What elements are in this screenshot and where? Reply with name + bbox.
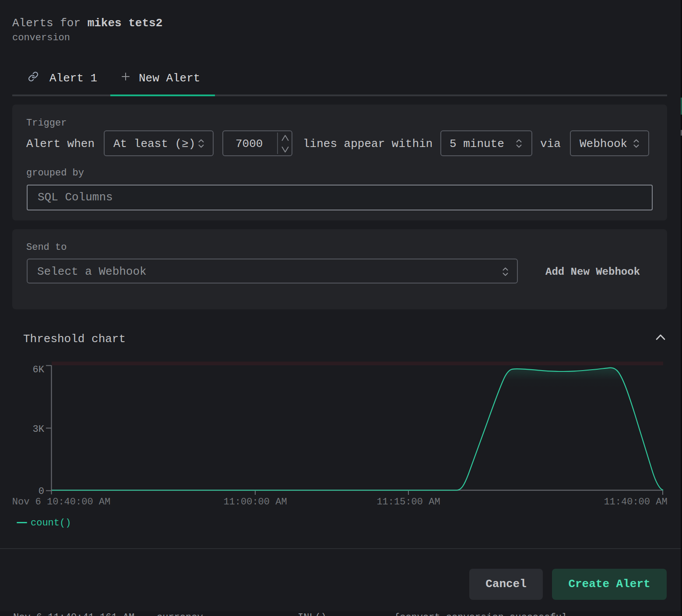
svg-text:0: 0 (39, 486, 44, 497)
svg-text:6K: 6K (33, 364, 45, 375)
svg-text:3K: 3K (33, 424, 45, 435)
svg-text:11:15:00 AM: 11:15:00 AM (376, 497, 440, 508)
svg-text:Nov 6 10:40:00 AM: Nov 6 10:40:00 AM (12, 497, 110, 508)
svg-text:11:00:00 AM: 11:00:00 AM (223, 497, 287, 508)
svg-text:11:40:00 AM: 11:40:00 AM (604, 497, 667, 508)
